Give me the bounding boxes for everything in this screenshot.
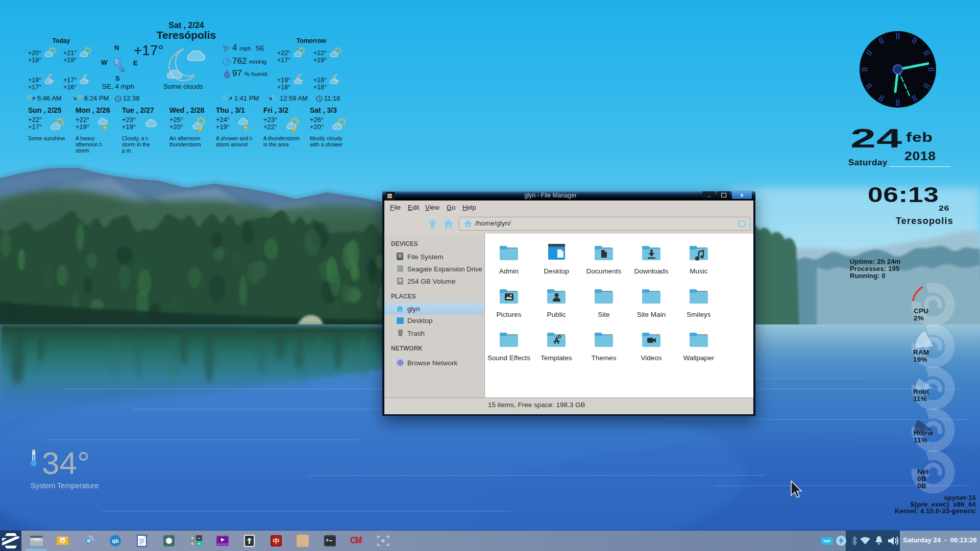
svg-text:−: − [198, 536, 200, 541]
svg-text:中: 中 [273, 537, 280, 545]
svg-text:×: × [191, 541, 193, 546]
svg-text:+: + [191, 536, 193, 541]
svg-text:=: = [198, 541, 200, 546]
svg-text:$: $ [326, 538, 329, 542]
svg-text:qb: qb [112, 538, 119, 544]
svg-text:@: @ [60, 539, 65, 544]
